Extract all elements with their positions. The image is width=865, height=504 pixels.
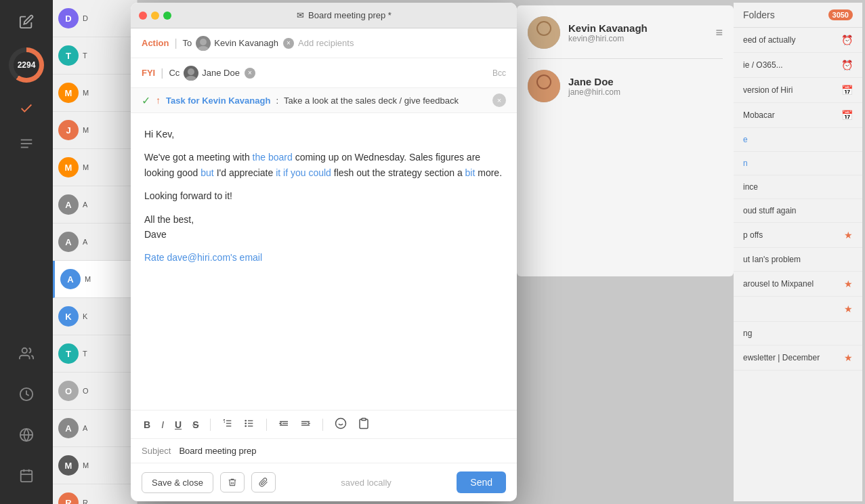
contact-menu-button[interactable]: ≡ — [715, 26, 723, 40]
folder-item[interactable]: p offs ★ — [734, 223, 862, 248]
unread-counter[interactable]: 2294 — [9, 47, 44, 83]
emoji-button[interactable] — [333, 416, 349, 433]
ordered-list-button[interactable] — [220, 417, 235, 432]
cc-field-row: FYI | Cc Jane Doe × Bcc — [131, 58, 517, 88]
star-icon: ★ — [844, 230, 853, 240]
list-item[interactable]: M M — [53, 75, 137, 112]
task-text: Take a look at the sales deck / give fee… — [284, 96, 459, 106]
sidebar-item-analytics[interactable] — [12, 420, 41, 450]
folder-item[interactable]: ince — [734, 175, 862, 199]
remove-task-button[interactable]: × — [492, 93, 506, 107]
list-item[interactable]: M M — [53, 149, 137, 186]
counter-value: 2294 — [18, 60, 36, 70]
folder-item[interactable]: n — [734, 152, 862, 175]
folder-item[interactable]: eed of actually ⏰ — [734, 28, 862, 53]
rate-link: Rate dave@hiri.com's email — [144, 250, 503, 265]
email-preview: O — [83, 387, 89, 395]
highlight-but: but — [201, 167, 213, 178]
compose-button[interactable] — [12, 7, 41, 37]
subject-input[interactable] — [179, 446, 506, 456]
list-item[interactable]: A A — [53, 410, 137, 447]
folder-item[interactable]: e — [734, 128, 862, 152]
list-item[interactable]: K K — [53, 298, 137, 335]
svg-point-12 — [198, 46, 209, 51]
outdent-button[interactable] — [276, 417, 291, 432]
email-preview: D — [83, 14, 88, 22]
folder-item[interactable]: ewsletter | December ★ — [734, 345, 862, 371]
indent-button[interactable] — [298, 417, 313, 432]
italic-button[interactable]: I — [159, 418, 166, 432]
toolbar-divider3 — [322, 419, 323, 431]
email-list: D D T T M M J M M M A A A A A M K K T T … — [53, 0, 138, 504]
email-preview: R — [83, 499, 88, 504]
folder-item[interactable]: ng — [734, 322, 862, 345]
paste-button[interactable] — [356, 416, 372, 433]
attach-button[interactable] — [251, 472, 276, 492]
folder-text: ince — [743, 182, 853, 192]
list-item[interactable]: A M — [53, 261, 137, 298]
list-item[interactable]: A A — [53, 224, 137, 261]
folder-item[interactable]: ★ — [734, 297, 862, 322]
toolbar-divider2 — [266, 419, 267, 431]
sidebar-item-calendar[interactable] — [12, 461, 41, 490]
folder-text: oud stuff again — [743, 206, 853, 215]
avatar: K — [58, 306, 79, 327]
list-item[interactable]: R R — [53, 484, 137, 504]
highlight-it: it — [276, 167, 280, 178]
folder-item[interactable]: oud stuff again — [734, 199, 862, 223]
list-item[interactable]: T T — [53, 37, 137, 75]
svg-point-40 — [538, 76, 550, 88]
delete-button[interactable] — [220, 472, 245, 492]
svg-point-24 — [245, 425, 246, 426]
folder-item[interactable]: version of Hiri 📅 — [734, 78, 862, 103]
action-label: Action — [142, 38, 169, 48]
folder-text: ng — [743, 329, 853, 338]
sidebar-item-check[interactable] — [12, 93, 41, 123]
send-button[interactable]: Send — [457, 471, 506, 493]
cc-label: Cc — [169, 68, 180, 78]
minimize-button[interactable] — [151, 12, 159, 20]
rate-email-link[interactable]: Rate dave@hiri.com's email — [144, 252, 262, 263]
strikethrough-button[interactable]: S — [190, 418, 201, 432]
star-icon3: ★ — [844, 303, 853, 314]
email-body[interactable]: Hi Kev, We've got a meeting with the boa… — [131, 113, 517, 410]
sidebar-item-lines[interactable] — [12, 129, 41, 159]
close-button[interactable] — [139, 12, 147, 20]
maximize-button[interactable] — [163, 12, 171, 20]
kevin-contact-info: Kevin Kavanagh kevin@hiri.com — [568, 22, 707, 43]
folders-badge: 3050 — [828, 9, 853, 20]
list-item[interactable]: M M — [53, 447, 137, 484]
email-preview: T — [83, 51, 87, 60]
remove-cc-recipient[interactable]: × — [245, 68, 255, 79]
to-recipient-name: Kevin Kavanagh — [214, 38, 278, 48]
folder-text: n — [743, 159, 853, 168]
folder-item[interactable]: ut Ian's problem — [734, 248, 862, 272]
sidebar-item-clock[interactable] — [12, 379, 41, 409]
avatar: D — [58, 8, 79, 28]
underline-button[interactable]: U — [173, 418, 184, 432]
sidebar-item-people[interactable] — [12, 339, 41, 369]
list-item[interactable]: A A — [53, 186, 137, 224]
kevin-email: kevin@hiri.com — [568, 34, 707, 43]
list-item[interactable]: D D — [53, 0, 137, 37]
folder-item[interactable]: ie / O365... ⏰ — [734, 53, 862, 78]
svg-point-11 — [200, 39, 207, 45]
jane-contact-avatar — [528, 70, 560, 102]
email-preview: K — [83, 312, 87, 320]
folder-item[interactable]: arousel to Mixpanel ★ — [734, 272, 862, 297]
fyi-label: FYI — [142, 68, 155, 78]
folder-item[interactable]: Mobacar 📅 — [734, 103, 862, 128]
add-recipients-placeholder[interactable]: Add recipients — [298, 38, 354, 48]
remove-to-recipient[interactable]: × — [283, 38, 294, 49]
compose-body: Action | To Kevin Kavanagh × Add recipie… — [131, 28, 517, 501]
bold-button[interactable]: B — [142, 418, 152, 432]
unordered-list-button[interactable] — [242, 417, 257, 432]
list-item[interactable]: O O — [53, 373, 137, 410]
save-close-button[interactable]: Save & close — [142, 472, 213, 493]
subject-label: Subject — [142, 446, 171, 456]
list-item[interactable]: J M — [53, 112, 137, 149]
list-item[interactable]: T T — [53, 335, 137, 373]
bcc-label[interactable]: Bcc — [492, 68, 506, 78]
avatar: M — [58, 455, 79, 476]
cc-recipient-name: Jane Doe — [202, 68, 240, 78]
